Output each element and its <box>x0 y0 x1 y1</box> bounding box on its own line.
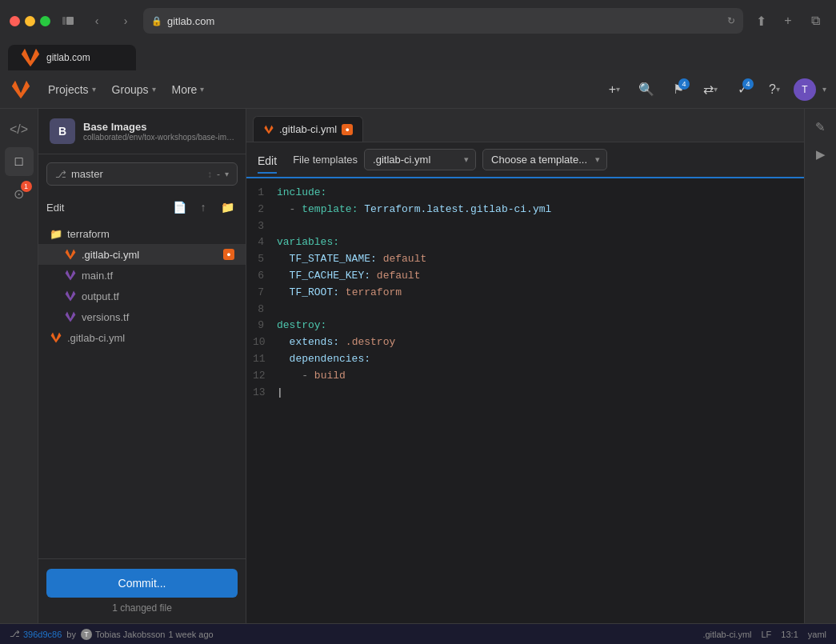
tab-grid-button[interactable]: ⧉ <box>804 10 826 32</box>
edit-toolbar: Edit File templates .gitlab-ci.yml Choos… <box>246 142 804 178</box>
template-label: File templates <box>293 154 358 166</box>
file-template-selector[interactable]: .gitlab-ci.yml <box>364 149 476 170</box>
avatar-chevron-icon: ▾ <box>822 85 826 94</box>
editor-tabs: .gitlab-ci.yml ● <box>246 109 804 142</box>
reload-button[interactable]: ↻ <box>727 15 735 26</box>
new-folder-icon: 📁 <box>221 201 234 214</box>
gitlab-icon <box>64 248 77 261</box>
traffic-lights <box>10 16 50 26</box>
project-info: Base Images collaborated/env/tox-worksho… <box>83 121 234 142</box>
code-icon: </> <box>10 122 28 137</box>
status-by: by <box>66 630 76 639</box>
search-button[interactable]: 🔍 <box>634 77 659 102</box>
top-navbar: Projects ▾ Groups ▾ More ▾ + ▾ 🔍 ⚑ <box>0 70 836 109</box>
new-tab-button[interactable]: + <box>777 10 799 32</box>
forward-button[interactable]: › <box>114 10 137 32</box>
tf-icon <box>64 310 77 323</box>
gitlab-logo[interactable] <box>10 78 32 101</box>
browser-chrome: ‹ › 🔒 gitlab.com ↻ ⬆ + ⧉ <box>0 0 836 42</box>
status-line-ending: LF <box>762 630 772 639</box>
file-gitlab-ci-yml-terraform[interactable]: .gitlab-ci.yml ● <box>38 244 246 265</box>
right-sidebar-collab-button[interactable]: ✎ <box>809 115 833 139</box>
pencil-icon: ✎ <box>815 120 826 134</box>
file-versions-tf[interactable]: versions.tf <box>38 306 246 327</box>
sidebar-toggle-button[interactable] <box>57 10 79 32</box>
chevron-down-icon: ▾ <box>152 85 156 94</box>
code-line-9: 9 destroy: <box>246 318 804 334</box>
status-author: Tobias Jakobsson <box>95 630 165 639</box>
gitlab-app: Projects ▾ Groups ▾ More ▾ + ▾ 🔍 ⚑ <box>0 70 836 644</box>
code-editor[interactable]: 1 include: 2 - template: Terraform.lates… <box>246 178 804 623</box>
todo-button[interactable]: ✓ 4 <box>730 77 755 102</box>
sidebar-git-button[interactable]: ⊙ 1 <box>5 179 34 208</box>
code-line-13: 13 <box>246 385 804 402</box>
chevron-down-icon: ▾ <box>616 85 620 94</box>
changed-files-count: 1 changed file <box>46 602 238 614</box>
branch-chevron-icon: ▾ <box>225 170 229 178</box>
code-line-4: 4 variables: <box>246 234 804 251</box>
folder-terraform[interactable]: 📁 terraform <box>38 224 246 244</box>
new-file-button[interactable]: 📄 <box>169 197 190 218</box>
merge-requests-button[interactable]: ⇄ ▾ <box>698 77 723 102</box>
gitlab-icon <box>50 331 62 344</box>
avatar[interactable]: T <box>794 78 816 101</box>
code-line-8: 8 <box>246 302 804 318</box>
code-line-11: 11 dependencies: <box>246 351 804 368</box>
browser-actions: ⬆ + ⧉ <box>750 10 826 32</box>
main-layout: </> □ ⊙ 1 B Base Images collaborated/env… <box>0 109 836 623</box>
maximize-button[interactable] <box>40 16 50 26</box>
edit-tab-label[interactable]: Edit <box>258 154 277 174</box>
close-button[interactable] <box>10 16 20 26</box>
project-initial: B <box>50 118 75 144</box>
nav-more[interactable]: More ▾ <box>166 80 211 99</box>
template-section: File templates .gitlab-ci.yml Choose a t… <box>293 149 607 170</box>
commit-area: Commit... 1 changed file <box>38 558 246 623</box>
status-position: 13:1 <box>781 630 798 639</box>
sidebar-repo-button[interactable]: □ <box>5 147 34 176</box>
issues-badge: 4 <box>678 78 690 90</box>
tf-icon <box>64 269 77 282</box>
status-commit[interactable]: 396d9c86 <box>23 630 62 639</box>
upload-button[interactable]: ↑ <box>193 197 214 218</box>
nav-groups[interactable]: Groups ▾ <box>106 80 162 99</box>
sidebar-code-button[interactable]: </> <box>5 115 34 144</box>
branch-separator: ↕ <box>207 169 212 180</box>
template-chooser[interactable]: Choose a template... <box>482 149 607 170</box>
file-gitlab-ci-yml-root[interactable]: .gitlab-ci.yml <box>38 327 246 348</box>
gitlab-tab-icon <box>263 124 274 135</box>
help-button[interactable]: ? ▾ <box>762 77 787 102</box>
search-icon: 🔍 <box>638 82 654 97</box>
nav-projects[interactable]: Projects ▾ <box>42 80 102 99</box>
new-folder-button[interactable]: 📁 <box>217 197 238 218</box>
folder-name: terraform <box>67 228 110 240</box>
status-filename: .gitlab-ci.yml <box>702 630 751 639</box>
commit-button[interactable]: Commit... <box>46 569 238 598</box>
branch-selector[interactable]: ⎇ master ↕ - ▾ <box>46 162 238 186</box>
status-right: .gitlab-ci.yml LF 13:1 yaml <box>702 630 826 639</box>
new-item-button[interactable]: + ▾ <box>602 77 627 102</box>
file-output-tf[interactable]: output.tf <box>38 286 246 306</box>
code-line-6: 6 TF_CACHE_KEY: default <box>246 268 804 285</box>
tab-close-button[interactable]: ● <box>342 124 353 135</box>
filename-text: .gitlab-ci.yml <box>67 332 125 344</box>
tab-bar: gitlab.com <box>0 42 836 70</box>
nav-items: Projects ▾ Groups ▾ More ▾ <box>42 80 210 99</box>
edit-label: Edit <box>46 202 166 214</box>
minimize-button[interactable] <box>25 16 35 26</box>
chevron-down-icon: ▾ <box>92 85 96 94</box>
project-name: Base Images <box>83 121 234 133</box>
filename-text: output.tf <box>82 290 119 302</box>
file-main-tf[interactable]: main.tf <box>38 265 246 286</box>
right-sidebar-terminal-button[interactable]: ▶ <box>809 142 833 166</box>
issues-button[interactable]: ⚑ 4 <box>666 77 691 102</box>
file-changed-badge: ● <box>223 249 234 260</box>
share-button[interactable]: ⬆ <box>750 10 772 32</box>
active-tab[interactable]: gitlab.com <box>8 45 136 70</box>
todo-badge: 4 <box>742 78 754 90</box>
author-avatar: T <box>81 629 92 640</box>
branch-name: master <box>71 168 202 180</box>
address-bar[interactable]: 🔒 gitlab.com ↻ <box>143 8 743 34</box>
branch-status-icon: ⎇ <box>10 629 20 639</box>
editor-tab-gitlab-ci[interactable]: .gitlab-ci.yml ● <box>253 116 363 142</box>
back-button[interactable]: ‹ <box>86 10 108 32</box>
